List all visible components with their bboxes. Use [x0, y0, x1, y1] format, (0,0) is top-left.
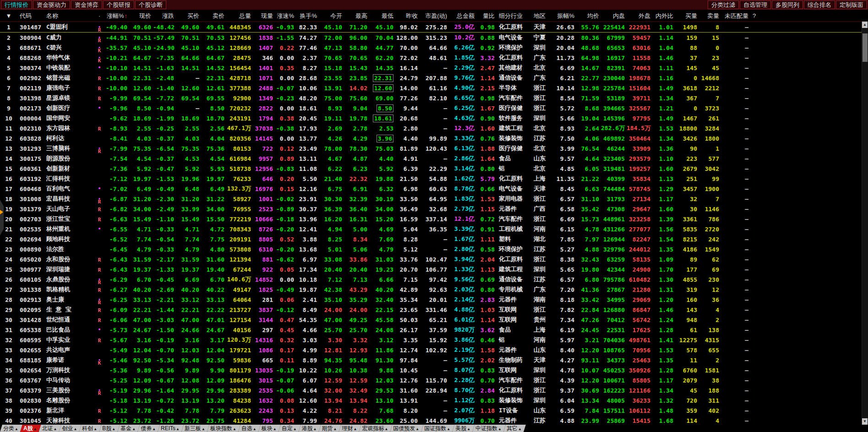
table-row[interactable]: 32600595中孚实业R-5.673.16-0.193.163.17120.3… — [0, 335, 862, 345]
column-header-24[interactable]: 均价 — [576, 10, 601, 22]
bottom-tab-港股[interactable]: 港股▲ — [299, 425, 321, 432]
table-row[interactable]: 17600468百利电气•-7.026.49-0.496.486.49132.3… — [0, 184, 862, 194]
table-row[interactable]: 40301045天禄科技R-5.1223.72-1.2823.7223.7541… — [0, 416, 862, 425]
vertical-scrollbar[interactable]: ▲ ▼ — [862, 22, 868, 425]
table-row[interactable]: 8301398星源卓镁R-9.9969.54-7.7269.5469.55929… — [0, 93, 862, 103]
bottom-tab-REITs[interactable]: REITs▲ — [158, 425, 184, 432]
scroll-down-icon[interactable]: ▼ — [862, 418, 868, 425]
menu-tab-3[interactable]: 资金博弈 — [71, 0, 102, 9]
column-header-9[interactable]: 卖价 — [201, 10, 226, 22]
table-row[interactable]: 1301487C盟固利•R-49.4049.60-48.4249.6049.61… — [0, 22, 862, 33]
table-row[interactable]: 29002095生 意 宝R-6.0922.21-1.4422.2122.222… — [0, 305, 862, 315]
bottom-tab-板块[interactable]: 板块▲ — [258, 425, 281, 432]
column-header-21[interactable]: 细分行业 — [497, 10, 531, 22]
column-header-10[interactable]: 总量 — [226, 10, 253, 22]
bottom-tab-板块指数[interactable]: 板块指数▲ — [207, 425, 240, 432]
column-header-7[interactable]: 涨跌 — [153, 10, 176, 22]
bottom-tab-自定[interactable]: 自定▲ — [278, 425, 301, 432]
bottom-tab-分类[interactable]: 分类▲ — [0, 425, 22, 432]
bottom-tab-理财[interactable]: 理财▲ — [338, 425, 361, 432]
column-header-4[interactable]: · — [95, 10, 104, 22]
menu-tab-4[interactable]: 个股研报 — [103, 0, 134, 9]
table-row[interactable]: 34688185康希诺•K-5.4692.50-5.3492.4892.5059… — [0, 355, 862, 365]
table-row[interactable]: 12603828柯利达-8.414.03-0.374.034.048203561… — [0, 133, 862, 143]
table-row[interactable]: 25300977深圳瑞捷R-6.4319.37-1.3319.3719.4067… — [0, 264, 862, 274]
table-row[interactable]: 10000004国华网安-9.6218.69-1.9918.6918.70243… — [0, 113, 862, 123]
menu-button-1[interactable]: 分类过滤 — [708, 0, 739, 9]
column-header-30[interactable]: 未匹配量 — [721, 10, 750, 22]
bottom-tab-债券[interactable]: 债券▲ — [137, 425, 160, 432]
bottom-tab-科创[interactable]: 科创▲ — [79, 425, 101, 432]
column-header-14[interactable]: 今开 — [319, 10, 344, 22]
scroll-up-icon[interactable]: ▲ — [862, 22, 868, 28]
table-row[interactable]: 4688268华特气体•K-10.2164.67-7.3564.6664.672… — [0, 53, 862, 63]
column-header-17[interactable]: 昨收 — [395, 10, 420, 22]
column-header-15[interactable]: 最高 — [344, 10, 369, 22]
table-row[interactable]: 9002173创新医疗•-9.968.50-0.94—8.50720232282… — [0, 103, 862, 113]
table-row[interactable]: 37603379三美股份•R-5.1929.96-1.6429.9529.962… — [0, 385, 862, 395]
column-header-27[interactable]: 内外比 — [652, 10, 675, 22]
column-header-3[interactable]: 名称 — [44, 10, 95, 22]
table-row[interactable]: 21002535林州重机•-6.554.71-0.334.714.7270834… — [0, 224, 862, 234]
menu-button-5[interactable]: 定制版面 — [836, 0, 867, 9]
bottom-tab-A股[interactable]: A股▲ — [20, 425, 41, 432]
column-header-2[interactable]: 代码 — [17, 10, 44, 22]
bottom-tab-B股[interactable]: B股▲ — [99, 425, 120, 432]
table-row[interactable]: 30301428世纪恒通R-6.0647.00-3.0347.0047.0112… — [0, 315, 862, 325]
column-header-23[interactable]: 振幅% — [551, 10, 576, 22]
bottom-tab-宏观指标[interactable]: 宏观指标▲ — [359, 425, 392, 432]
column-header-25[interactable]: 内盘 — [601, 10, 627, 22]
menu-tab-5[interactable]: 个股诊断 — [135, 0, 166, 9]
column-header-5[interactable]: 涨幅%↑ — [104, 10, 129, 22]
table-row[interactable]: 11002310东方园林R-8.932.55-0.252.552.56467.1… — [0, 123, 862, 133]
bottom-tab-国债预发[interactable]: 国债预发▲ — [390, 425, 423, 432]
table-row[interactable]: 14300175朗源股份-7.544.54-0.374.534.54616984… — [0, 153, 862, 164]
help-icon[interactable]: ? — [750, 10, 862, 22]
column-header-8[interactable]: 买价 — [176, 10, 201, 22]
menu-tab-2[interactable]: 资金驱动力 — [33, 0, 70, 9]
table-row[interactable]: 33002655共达电声-5.4912.04-0.7012.0312.04179… — [0, 345, 862, 355]
bottom-tab-基金[interactable]: 基金▲ — [117, 425, 140, 432]
menu-button-4[interactable]: 综合排名 — [804, 0, 835, 9]
column-header-28[interactable]: 买量 — [675, 10, 699, 22]
bottom-tab-其它[interactable]: 其它▲ — [503, 425, 526, 432]
table-row[interactable]: 31605338巴比食品•-5.7324.67-1.5024.6624.6740… — [0, 325, 862, 335]
column-header-26[interactable]: 外盘 — [627, 10, 652, 22]
table-row[interactable]: 26600105永鼎股份•R-6.296.70-0.456.696.70140.… — [0, 274, 862, 284]
bottom-tab-自选[interactable]: 自选▲ — [238, 425, 261, 432]
table-row[interactable]: 39002376新北洋R-5.127.78-0.427.787.79263623… — [0, 405, 862, 416]
column-header-18[interactable]: 市盈(动) — [420, 10, 449, 22]
bottom-tab-创业[interactable]: 创业▲ — [59, 425, 81, 432]
column-header-29[interactable]: 卖量 — [699, 10, 721, 22]
menu-tab-1[interactable]: 行情报价 — [1, 0, 32, 9]
menu-button-2[interactable]: 自选管理 — [740, 0, 771, 9]
column-header-1[interactable]: ▼ — [0, 10, 17, 22]
table-row[interactable]: 15600361创新新材-7.365.92-0.475.925.93518738… — [0, 164, 862, 174]
table-row[interactable]: 2300904C威力•R-44.9170.51-57.4970.5170.531… — [0, 33, 862, 43]
column-header-12[interactable]: 涨速% — [275, 10, 296, 22]
table-row[interactable]: 38002830名雕股份-5.1813.19-0.7213.1913.20842… — [0, 395, 862, 405]
bottom-tab-美股[interactable]: 美股▲ — [452, 425, 475, 432]
bottom-tab-国证指数[interactable]: 国证指数▲ — [421, 425, 454, 432]
table-row[interactable]: 20002703浙江世宝R-6.6315.49-1.1015.4915.5077… — [0, 214, 862, 224]
table-row[interactable]: 16603192汇得科技-7.1219.97-1.5319.9619.97762… — [0, 174, 862, 184]
column-header-11[interactable]: 现量 — [253, 10, 275, 22]
table-row[interactable]: 36603767中马传动-5.2512.09-0.6712.0812.09186… — [0, 375, 862, 385]
table-row[interactable]: 23000890法尔胜-6.454.79-0.334.794.805738086… — [0, 244, 862, 254]
table-row[interactable]: 35002654万润科技-5.369.89-0.569.899.90801179… — [0, 365, 862, 375]
column-header-22[interactable]: 地区 — [531, 10, 551, 22]
table-row[interactable]: 27301338凯格精机R-6.2740.20-2.6940.2040.2249… — [0, 284, 862, 295]
scrollbar-thumb[interactable] — [863, 33, 868, 62]
table-row[interactable]: 22002694顾地科技-6.527.74-0.547.747.75209191… — [0, 234, 862, 244]
table-row[interactable]: 28002913奥士康•R-6.2533.13-2.2133.1233.1364… — [0, 295, 862, 305]
table-row[interactable]: 3688671C碧兴•K-35.5745.10-24.9045.1045.121… — [0, 43, 862, 53]
bottom-tab-新三板[interactable]: 新三板▲ — [181, 425, 209, 432]
table-row[interactable]: 5300374中铁装配•-10.1014.51-1.6314.5114.5215… — [0, 63, 862, 73]
table-row[interactable]: 13301293三博脑科•R-7.9975.35-6.5475.3575.368… — [0, 143, 862, 153]
table-row[interactable]: 24605020永和股份R-6.4331.59-2.1731.5931.6012… — [0, 254, 862, 264]
column-header-16[interactable]: 最低 — [369, 10, 395, 22]
column-header-row[interactable]: ▼代码名称·涨幅%↑现价涨跌买价卖价总量现量涨速%换手%今开最高最低昨收市盈(动… — [0, 10, 862, 22]
column-header-20[interactable]: 量比 — [476, 10, 497, 22]
column-header-19[interactable]: 总金额 — [449, 10, 476, 22]
table-row[interactable]: 19301379天山电子R-6.8234.00-2.4933.9934.0076… — [0, 204, 862, 214]
